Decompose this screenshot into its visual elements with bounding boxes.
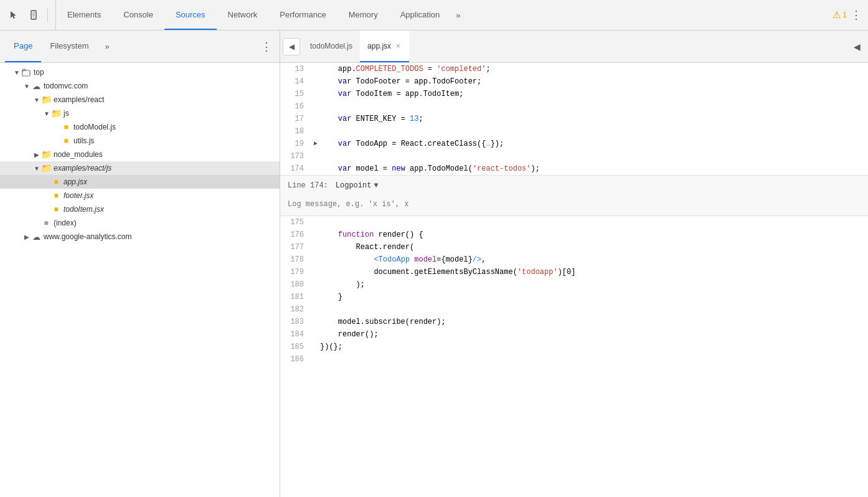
warning-icon: ⚠	[833, 9, 841, 21]
code-line-16: 16	[280, 100, 868, 113]
code-line-19: 19 ▶ var TodoApp = React.createClass({…}…	[280, 138, 868, 150]
sidebar-tree: top ☁ todomvc.com 📁 examples/react	[0, 63, 280, 497]
code-line-185: 185 })(};	[280, 341, 868, 353]
code-line-177: 177 React.render(	[280, 241, 868, 253]
tab-console[interactable]: Console	[112, 0, 164, 30]
tree-item-app-jsx[interactable]: ■ app.jsx	[0, 175, 280, 189]
code-line-180: 180 );	[280, 278, 868, 291]
code-line-186: 186	[280, 353, 868, 366]
code-line-182: 182	[280, 303, 868, 316]
tab-sources[interactable]: Sources	[164, 0, 217, 30]
tab-performance[interactable]: Performance	[268, 0, 337, 30]
nav-icon-group	[0, 0, 56, 30]
editor-tab-close-appjsx[interactable]: ×	[395, 42, 402, 50]
nav-right: ⚠ 1 ⋮	[826, 0, 868, 30]
logpoint-header: Line 174: Logpoint ▼	[280, 176, 868, 196]
editor-tabs: ◀ todoModel.js app.jsx × ◀	[280, 31, 868, 63]
code-line-14: 14 var TodoFooter = app.TodoFooter;	[280, 75, 868, 88]
tab-memory[interactable]: Memory	[337, 0, 389, 30]
tree-arrow-js[interactable]	[42, 109, 51, 118]
tree-item-footer-jsx[interactable]: ■ footer.jsx	[0, 189, 280, 202]
file-icon-app-jsx: ■	[51, 177, 61, 187]
folder-icon-examples-react-js: 📁	[41, 163, 51, 173]
sidebar-tabs: Page Filesystem » ⋮	[0, 31, 280, 63]
sidebar-tab-page[interactable]: Page	[5, 31, 41, 62]
tree-arrow-todomvc[interactable]	[22, 82, 31, 90]
editor-area: ◀ todoModel.js app.jsx × ◀ 13 app.COMPLE…	[280, 31, 868, 497]
tree-arrow-node-modules[interactable]	[32, 150, 41, 159]
code-line-17: 17 var ENTER_KEY = 13;	[280, 113, 868, 125]
code-line-181: 181 }	[280, 291, 868, 303]
sidebar-more-tabs[interactable]: »	[100, 42, 115, 51]
tree-item-top[interactable]: top	[0, 65, 280, 79]
code-line-179: 179 document.getElementsByClassName('tod…	[280, 266, 868, 278]
code-line-176: 176 function render() {	[280, 229, 868, 241]
code-view[interactable]: 13 app.COMPLETED_TODOS = 'completed'; 14…	[280, 63, 868, 497]
logpoint-input-row	[280, 196, 868, 215]
tree-item-examples-react-js[interactable]: 📁 examples/react/js	[0, 161, 280, 175]
code-line-184: 184 render();	[280, 328, 868, 341]
tree-item-examples-react[interactable]: 📁 examples/react	[0, 93, 280, 107]
logpoint-overlay: Line 174: Logpoint ▼	[280, 175, 868, 216]
file-icon-todomodel: ■	[61, 122, 71, 132]
mobile-icon[interactable]	[25, 6, 42, 24]
logpoint-input[interactable]	[288, 200, 861, 209]
sidebar-menu-button[interactable]: ⋮	[258, 37, 275, 56]
code-line-183: 183 model.subscribe(render);	[280, 316, 868, 328]
code-line-175: 175	[280, 216, 868, 229]
top-nav: Elements Console Sources Network Perform…	[0, 0, 868, 31]
tree-item-utils[interactable]: ■ utils.js	[0, 134, 280, 148]
file-icon-index: ■	[41, 218, 51, 228]
more-options-button[interactable]: ⋮	[851, 8, 862, 22]
code-line-178: 178 <TodoApp model={model}/>,	[280, 253, 868, 266]
cloud-icon-google-analytics: ☁	[31, 232, 41, 242]
folder-icon-examples-react: 📁	[41, 95, 51, 105]
more-tabs-button[interactable]: »	[451, 0, 465, 30]
tree-item-index[interactable]: ■ (index)	[0, 216, 280, 230]
svg-rect-3	[22, 70, 30, 76]
tree-item-todomvc[interactable]: ☁ todomvc.com	[0, 79, 280, 93]
code-line-18: 18	[280, 125, 868, 138]
file-icon-utils: ■	[61, 136, 71, 146]
nav-tabs: Elements Console Sources Network Perform…	[56, 0, 826, 30]
sidebar-tab-filesystem[interactable]: Filesystem	[41, 31, 97, 62]
editor-back-button[interactable]: ◀	[283, 38, 300, 55]
tree-arrow-google-analytics[interactable]	[22, 232, 31, 241]
tab-elements[interactable]: Elements	[56, 0, 112, 30]
editor-tab-appjsx[interactable]: app.jsx ×	[360, 31, 409, 62]
tree-item-node-modules[interactable]: 📁 node_modules	[0, 148, 280, 161]
logpoint-dropdown[interactable]: ▼	[374, 179, 378, 192]
editor-tab-todomodel[interactable]: todoModel.js	[303, 31, 360, 62]
main-layout: Page Filesystem » ⋮ top	[0, 31, 868, 497]
svg-point-2	[33, 17, 34, 19]
tree-item-todomodel[interactable]: ■ todoModel.js	[0, 120, 280, 134]
tree-arrow-top[interactable]	[12, 68, 21, 77]
folder-plain-icon	[21, 67, 31, 77]
tree-item-js[interactable]: 📁 js	[0, 107, 280, 120]
folder-icon-node-modules: 📁	[41, 149, 51, 159]
expand-arrow-19[interactable]: ▶	[314, 138, 318, 150]
file-icon-footer-jsx: ■	[51, 191, 61, 201]
cursor-icon[interactable]	[5, 6, 22, 24]
sidebar: Page Filesystem » ⋮ top	[0, 31, 280, 497]
code-line-13: 13 app.COMPLETED_TODOS = 'completed';	[280, 63, 868, 75]
svg-rect-1	[32, 12, 35, 17]
folder-icon-js: 📁	[51, 108, 61, 118]
tree-arrow-examples-react[interactable]	[32, 95, 41, 104]
code-line-174: 174 var model = new app.TodoModel('react…	[280, 163, 868, 175]
code-line-15: 15 var TodoItem = app.TodoItem;	[280, 88, 868, 100]
tab-network[interactable]: Network	[217, 0, 269, 30]
file-icon-todoitem-jsx: ■	[51, 204, 61, 214]
cloud-icon-todomvc: ☁	[31, 81, 41, 91]
editor-collapse-button[interactable]: ◀	[848, 38, 866, 55]
nav-divider	[47, 7, 48, 22]
code-line-173: 173	[280, 150, 868, 163]
tab-application[interactable]: Application	[389, 0, 451, 30]
logpoint-type: Logpoint ▼	[336, 179, 379, 192]
tree-item-todoitem-jsx[interactable]: ■ todoItem.jsx	[0, 202, 280, 216]
tree-arrow-examples-react-js[interactable]	[32, 164, 41, 173]
warning-badge[interactable]: ⚠ 1	[833, 9, 847, 21]
tree-item-google-analytics[interactable]: ☁ www.google-analytics.com	[0, 230, 280, 244]
